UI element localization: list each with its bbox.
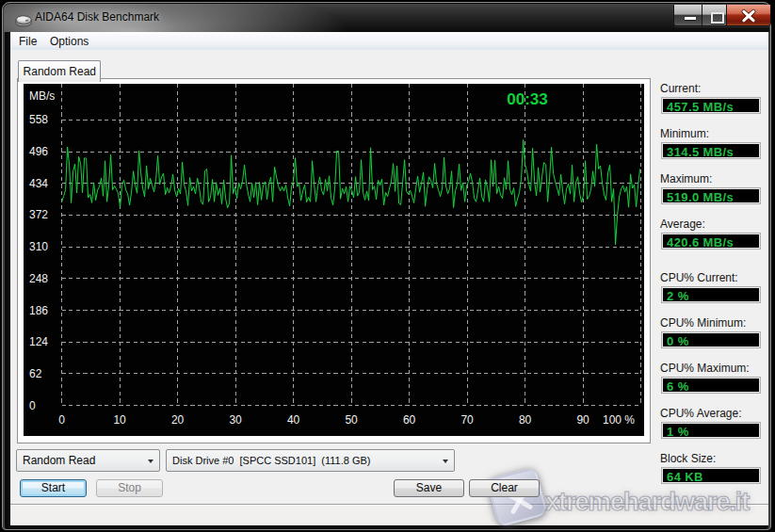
svg-text:186: 186 <box>29 304 48 317</box>
svg-text:558: 558 <box>29 113 48 126</box>
svg-text:124: 124 <box>29 335 48 348</box>
svg-text:00:33: 00:33 <box>507 90 547 108</box>
svg-text:70: 70 <box>460 413 474 427</box>
svg-text:496: 496 <box>29 145 48 158</box>
svg-text:30: 30 <box>229 413 242 427</box>
svg-text:0: 0 <box>58 413 65 427</box>
svg-text:20: 20 <box>171 413 185 427</box>
svg-text:310: 310 <box>29 240 48 253</box>
svg-text:50: 50 <box>345 413 358 427</box>
svg-text:MB/s: MB/s <box>29 89 55 103</box>
svg-text:372: 372 <box>29 208 48 221</box>
svg-text:434: 434 <box>29 177 48 190</box>
svg-text:62: 62 <box>29 367 42 380</box>
svg-text:40: 40 <box>287 413 300 427</box>
svg-text:10: 10 <box>113 413 126 427</box>
svg-text:0: 0 <box>29 399 36 412</box>
svg-text:60: 60 <box>403 413 416 427</box>
svg-text:248: 248 <box>29 272 48 285</box>
svg-text:90: 90 <box>576 413 589 427</box>
svg-text:100 %: 100 % <box>603 413 635 427</box>
svg-text:80: 80 <box>519 413 532 427</box>
